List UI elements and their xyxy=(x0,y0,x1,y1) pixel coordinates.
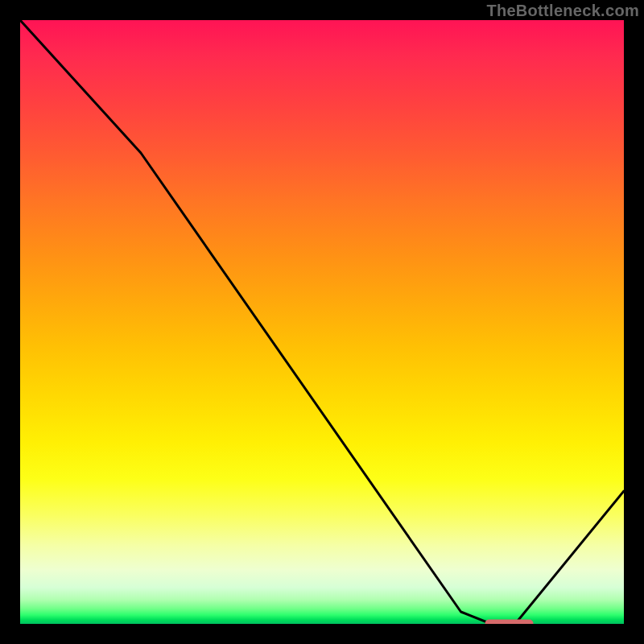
watermark-text: TheBottleneck.com xyxy=(486,2,639,20)
chart-svg xyxy=(20,20,624,624)
optimal-range-marker xyxy=(485,620,534,625)
bottleneck-curve-line xyxy=(20,20,624,624)
chart-plot-area xyxy=(20,20,624,624)
